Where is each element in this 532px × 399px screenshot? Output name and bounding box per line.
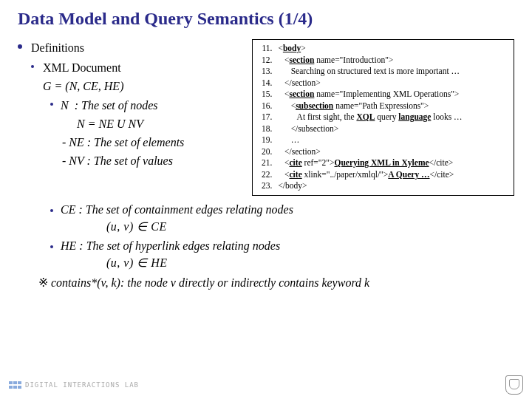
n-label: N	[61, 99, 69, 112]
below-section: CE : The set of containment edges relati…	[18, 203, 514, 290]
he-label: HE	[61, 239, 76, 252]
bullet-xml-document: XML Document	[31, 59, 245, 76]
n-equation: N = NE U NV	[77, 115, 245, 132]
nv-line: - NV : The set of values	[62, 152, 245, 169]
g-definition: G = (N, CE, HE)	[43, 78, 245, 95]
line-numbers: 11.12.13.14.15.16.17.18.19.20.21.22.23.	[253, 43, 275, 192]
he-formula: (u, v) ∈ HE	[106, 256, 514, 270]
left-column: Definitions XML Document G = (N, CE, HE)…	[18, 39, 245, 171]
bullet-n: N : The set of nodes	[50, 97, 245, 114]
bullet-definitions: Definitions	[18, 39, 245, 56]
ne-line: - NE : The set of elements	[62, 134, 245, 151]
contains-rest: : the node v directly or indirectly cont…	[120, 276, 369, 289]
slide-title: Data Model and Query Semantics (1/4)	[18, 9, 514, 29]
footer: DIGITAL INTERACTIONS LAB	[9, 375, 523, 395]
footer-lab-text: DIGITAL INTERACTIONS LAB	[25, 381, 139, 389]
ce-desc: : The set of containment edges relating …	[78, 203, 293, 216]
contains-line: ※ contains*(v, k): the node v directly o…	[38, 276, 514, 290]
code-box: 11.12.13.14.15.16.17.18.19.20.21.22.23. …	[252, 39, 514, 196]
crest-icon	[505, 375, 523, 395]
contains-body: contains*(v, k)	[51, 276, 120, 289]
grid-icon	[9, 381, 22, 389]
code-body: <body> <section name="Introduction"> Sea…	[275, 43, 509, 192]
bullet-ce: CE : The set of containment edges relati…	[50, 203, 514, 216]
he-desc: : The set of hyperlink edges relating no…	[79, 239, 280, 252]
contains-prefix: ※	[38, 276, 51, 289]
n-desc: : The set of nodes	[75, 99, 158, 112]
ce-label: CE	[61, 203, 75, 216]
footer-left: DIGITAL INTERACTIONS LAB	[9, 381, 139, 389]
bullet-he: HE : The set of hyperlink edges relating…	[50, 239, 514, 253]
ce-formula: (u, v) ∈ CE	[106, 219, 514, 233]
